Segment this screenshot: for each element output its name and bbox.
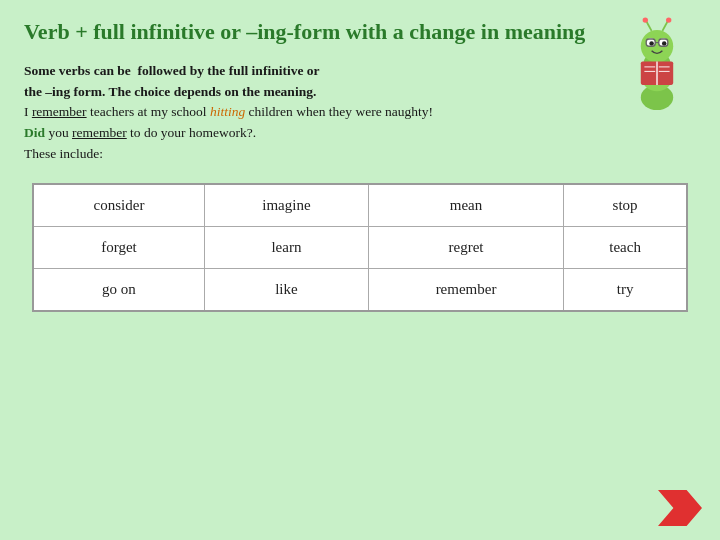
remember-underline-2: remember [72, 125, 127, 140]
cell-remember: remember [368, 269, 563, 312]
did-green: Did [24, 125, 45, 140]
cell-learn: learn [204, 227, 368, 269]
cell-try: try [564, 269, 687, 312]
cell-like: like [204, 269, 368, 312]
cell-go-on: go on [33, 269, 204, 312]
intro-text: Some verbs can be followed by the full i… [24, 61, 664, 166]
cell-mean: mean [368, 184, 563, 227]
cell-stop: stop [564, 184, 687, 227]
cell-consider: consider [33, 184, 204, 227]
svg-line-11 [646, 21, 651, 31]
cell-teach: teach [564, 227, 687, 269]
svg-point-14 [666, 17, 671, 22]
hitting-italic: hitting [210, 104, 245, 119]
cell-forget: forget [33, 227, 204, 269]
page-title: Verb + full infinitive or –ing-form with… [24, 18, 604, 47]
cell-imagine: imagine [204, 184, 368, 227]
table-row: go on like remember try [33, 269, 687, 312]
svg-line-13 [662, 21, 667, 31]
verb-table-wrap: consider imagine mean stop forget learn … [24, 183, 696, 312]
table-row: consider imagine mean stop [33, 184, 687, 227]
svg-point-6 [649, 41, 654, 46]
intro-line1: Some verbs can be followed by the full i… [24, 63, 320, 99]
svg-point-3 [641, 30, 673, 62]
svg-point-12 [643, 17, 648, 22]
verb-table: consider imagine mean stop forget learn … [32, 183, 688, 312]
mascot-image [612, 12, 702, 102]
cell-regret: regret [368, 227, 563, 269]
remember-underline-1: remember [32, 104, 87, 119]
svg-point-7 [662, 41, 667, 46]
next-arrow[interactable] [658, 490, 702, 526]
table-row: forget learn regret teach [33, 227, 687, 269]
main-container: Verb + full infinitive or –ing-form with… [0, 0, 720, 328]
